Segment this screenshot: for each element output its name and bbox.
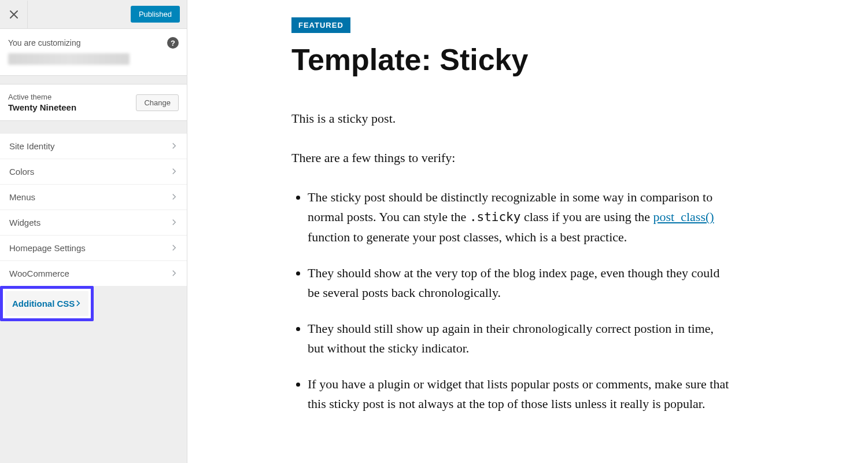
featured-badge: FEATURED [291,17,350,33]
menu-item-menus[interactable]: Menus [0,184,187,210]
post-title: Template: Sticky [291,43,833,76]
menu-item-label: Widgets [9,218,40,227]
menu-item-label: WooCommerce [9,269,69,278]
help-icon[interactable]: ? [167,37,179,49]
spacer [0,121,187,134]
sidebar-filler [0,321,187,463]
menu-item-additional-css-highlighted[interactable]: Additional CSS [0,286,187,321]
text-span: class if you are using the [520,210,653,224]
menu-item-label: Homepage Settings [9,243,86,253]
chevron-right-icon [171,167,178,177]
menu-item-widgets[interactable]: Widgets [0,210,187,236]
post-paragraph: There are a few things to verify: [291,148,731,168]
chevron-right-icon [171,243,178,253]
customizing-section: You are customizing ? [0,29,187,76]
customizer-menu: Site Identity Colors Menus Widgets Homep… [0,134,187,321]
post-list: The sticky post should be distinctly rec… [291,188,731,414]
close-icon [9,10,19,19]
chevron-right-icon [171,218,178,227]
customizing-label: You are customizing [8,38,81,47]
menu-item-woocommerce[interactable]: WooCommerce [0,260,187,286]
text-span: function to generate your post classes, … [308,230,627,244]
list-item: If you have a plugin or widget that list… [308,374,731,414]
menu-item-colors[interactable]: Colors [0,159,187,185]
menu-item-homepage-settings[interactable]: Homepage Settings [0,235,187,261]
post-body: This is a sticky post. There are a few t… [291,109,731,414]
code-sticky-class: .sticky [470,210,521,224]
change-theme-button[interactable]: Change [136,94,179,111]
active-theme-section: Active theme Twenty Nineteen Change [0,84,187,121]
menu-item-label: Site Identity [9,141,54,151]
menu-item-label: Menus [9,192,35,202]
spacer [0,76,187,84]
close-button[interactable] [0,1,28,28]
active-theme-name: Twenty Nineteen [8,102,76,112]
active-theme-label: Active theme [8,93,76,101]
list-item: The sticky post should be distinctly rec… [308,188,731,247]
post-paragraph: This is a sticky post. [291,109,731,128]
published-button[interactable]: Published [131,6,180,23]
menu-item-site-identity[interactable]: Site Identity [0,133,187,159]
chevron-right-icon [171,141,178,151]
chevron-right-icon [171,269,178,278]
post-class-link[interactable]: post_class() [653,210,714,224]
preview-pane: FEATURED Template: Sticky This is a stic… [187,0,868,463]
sidebar-header: Published [0,0,187,29]
chevron-right-icon [171,192,178,202]
menu-item-label: Colors [9,167,34,177]
list-item: They should still show up again in their… [308,319,731,358]
menu-item-label: Additional CSS [12,299,75,308]
chevron-right-icon [75,299,82,308]
site-title-redacted [8,53,130,65]
list-item: They should show at the very top of the … [308,263,731,303]
customizer-sidebar: Published You are customizing ? Active t… [0,0,187,463]
